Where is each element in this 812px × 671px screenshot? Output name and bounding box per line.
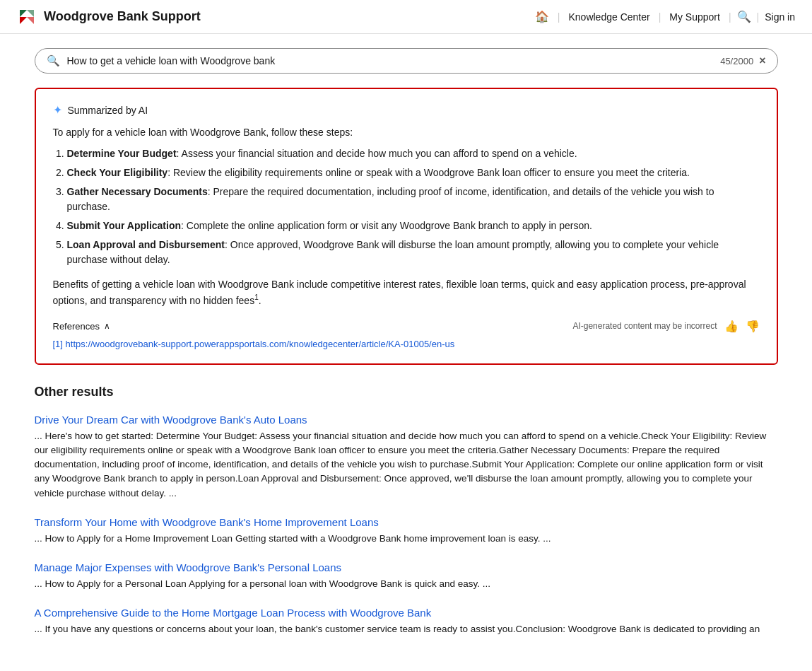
header-nav: 🏠 | Knowledge Center | My Support | 🔍 | … [532,10,795,23]
search-input[interactable] [67,55,721,66]
result-snippet: ... How to Apply for a Personal Loan App… [35,578,491,589]
reference-link-1[interactable]: [1] https://woodgrovebank-support.powera… [53,339,760,349]
result-item: Manage Major Expenses with Woodgrove Ban… [35,561,778,591]
ai-sparkle-icon: ✦ [53,103,62,117]
ai-summary-label: Summarized by AI [68,105,148,116]
search-container: 🔍 45/2000 × [35,48,778,74]
result-item: A Comprehensive Guide to the Home Mortga… [35,607,778,636]
logo-area: Woodgrove Bank Support [17,7,532,27]
references-section: [1] https://woodgrovebank-support.powera… [53,339,760,349]
sign-in-link[interactable]: Sign in [765,11,795,23]
ai-steps-list: Determine Your Budget: Assess your finan… [67,146,760,267]
thumbs-down-button[interactable]: 👎 [746,320,760,333]
ai-summary-header: ✦ Summarized by AI [53,103,760,117]
app-title: Woodgrove Bank Support [44,9,201,24]
home-icon[interactable]: 🏠 [532,10,552,23]
results-list: Drive Your Dream Car with Woodgrove Bank… [35,414,778,637]
ai-step-item: Loan Approval and Disbursement: Once app… [67,238,760,267]
search-clear-button[interactable]: × [759,54,765,67]
ai-step-item: Check Your Eligibility: Review the eligi… [67,165,760,180]
result-title[interactable]: Drive Your Dream Car with Woodgrove Bank… [35,414,778,426]
ai-step-item: Determine Your Budget: Assess your finan… [67,146,760,161]
search-counter: 45/2000 [720,56,753,66]
references-label: References [53,321,100,332]
result-title[interactable]: Transform Your Home with Woodgrove Bank'… [35,516,778,528]
header: Woodgrove Bank Support 🏠 | Knowledge Cen… [0,0,812,34]
other-results-title: Other results [35,385,778,399]
ai-footer: References ∧ AI-generated content may be… [53,320,760,333]
search-icon[interactable]: 🔍 [737,10,751,23]
logo-icon [17,7,37,27]
ai-step-item: Gather Necessary Documents: Prepare the … [67,185,760,214]
knowledge-center-link[interactable]: Knowledge Center [565,11,652,23]
ai-benefit-text: Benefits of getting a vehicle loan with … [53,277,760,308]
chevron-up-icon: ∧ [104,321,110,331]
search-icon-inner: 🔍 [47,54,60,67]
result-snippet: ... Here's how to get started: Determine… [35,431,767,498]
result-snippet: ... How to Apply for a Home Improvement … [35,533,551,544]
references-toggle[interactable]: References ∧ [53,321,110,332]
ai-step-item: Submit Your Application: Complete the on… [67,218,760,233]
result-item: Drive Your Dream Car with Woodgrove Bank… [35,414,778,501]
main-content: 🔍 45/2000 × ✦ Summarized by AI To apply … [18,34,795,667]
ai-intro-text: To apply for a vehicle loan with Woodgro… [53,127,760,138]
divider-3: | [729,11,731,23]
result-title[interactable]: A Comprehensive Guide to the Home Mortga… [35,607,778,619]
result-snippet: ... If you have any questions or concern… [35,624,760,634]
result-title[interactable]: Manage Major Expenses with Woodgrove Ban… [35,561,778,573]
divider-4: | [757,11,760,23]
ai-summary-box: ✦ Summarized by AI To apply for a vehicl… [35,88,778,365]
thumbs-up-button[interactable]: 👍 [724,320,739,333]
divider-1: | [558,11,560,23]
my-support-link[interactable]: My Support [666,11,723,23]
divider-2: | [659,11,661,23]
ai-disclaimer-area: AI-generated content may be incorrect 👍 … [572,320,759,333]
ai-disclaimer-text: AI-generated content may be incorrect [572,321,717,331]
result-item: Transform Your Home with Woodgrove Bank'… [35,516,778,546]
